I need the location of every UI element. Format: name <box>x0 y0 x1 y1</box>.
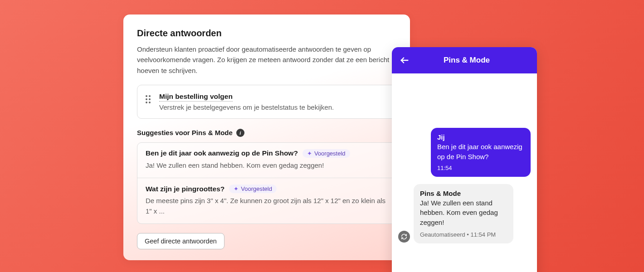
incoming-message-bubble: Pins & Mode Ja! We zullen een stand hebb… <box>414 184 513 243</box>
automated-badge-icon <box>398 231 410 243</box>
incoming-meta: Geautomatiseerd • 11:54 PM <box>420 231 507 238</box>
suggestion-item[interactable]: Ben je dit jaar ook aanwezig op de Pin S… <box>137 143 396 179</box>
outgoing-message-text: Ben je dit jaar ook aanwezig op de Pin S… <box>437 142 524 162</box>
info-icon[interactable]: i <box>236 129 244 137</box>
incoming-message-text: Ja! We zullen een stand hebben. Kom even… <box>420 198 507 228</box>
suggestion-question: Ben je dit jaar ook aanwezig op de Pin S… <box>146 149 298 157</box>
instant-answers-card: Directe antwoorden Ondersteun klanten pr… <box>123 15 410 260</box>
suggestion-item[interactable]: Wat zijn je pingroottes? ✦ Voorgesteld D… <box>137 178 396 223</box>
chat-preview-panel: Pins & Mode Jij Ben je dit jaar ook aanw… <box>392 47 537 272</box>
give-instant-answers-button[interactable]: Geef directe antwoorden <box>137 233 224 249</box>
suggested-badge: ✦ Voorgesteld <box>302 149 350 158</box>
tracking-title[interactable]: Mijn bestelling volgen <box>159 92 233 102</box>
incoming-row: Pins & Mode Ja! We zullen een stand hebb… <box>398 184 513 243</box>
incoming-sender: Pins & Mode <box>420 189 507 197</box>
suggestions-list: Ben je dit jaar ook aanwezig op de Pin S… <box>137 142 396 224</box>
outgoing-time: 11:54 <box>437 165 524 171</box>
drag-handle-icon[interactable] <box>146 95 153 103</box>
suggestion-question: Wat zijn je pingroottes? <box>146 185 224 193</box>
card-description: Ondersteun klanten proactief door geauto… <box>137 44 396 76</box>
card-title: Directe antwoorden <box>137 28 396 39</box>
suggestions-heading: Suggesties voor Pins & Mode <box>137 129 233 136</box>
chat-body: Jij Ben je dit jaar ook aanwezig op de P… <box>392 73 537 252</box>
suggested-badge: ✦ Voorgesteld <box>229 185 277 193</box>
sparkle-icon: ✦ <box>234 185 239 192</box>
suggestion-answer: Ja! We zullen een stand hebben. Kom even… <box>146 160 388 171</box>
chat-header: Pins & Mode <box>392 47 537 73</box>
badge-label: Voorgesteld <box>314 150 346 157</box>
suggestions-heading-row: Suggesties voor Pins & Mode i <box>137 129 396 137</box>
tracking-content: Mijn bestelling volgen Verstrek je beste… <box>159 92 388 111</box>
suggestion-answer: De meeste pins zijn 3" x 4". Ze kunnen z… <box>146 196 388 216</box>
tracking-order-item[interactable]: Mijn bestelling volgen Verstrek je beste… <box>137 85 396 119</box>
tracking-subtitle: Verstrek je bestelgegevens om je bestels… <box>159 103 388 111</box>
sparkle-icon: ✦ <box>307 150 312 157</box>
badge-label: Voorgesteld <box>241 185 272 192</box>
outgoing-message-bubble: Jij Ben je dit jaar ook aanwezig op de P… <box>431 128 531 177</box>
chat-store-name: Pins & Mode <box>404 56 530 65</box>
outgoing-sender: Jij <box>437 133 524 141</box>
